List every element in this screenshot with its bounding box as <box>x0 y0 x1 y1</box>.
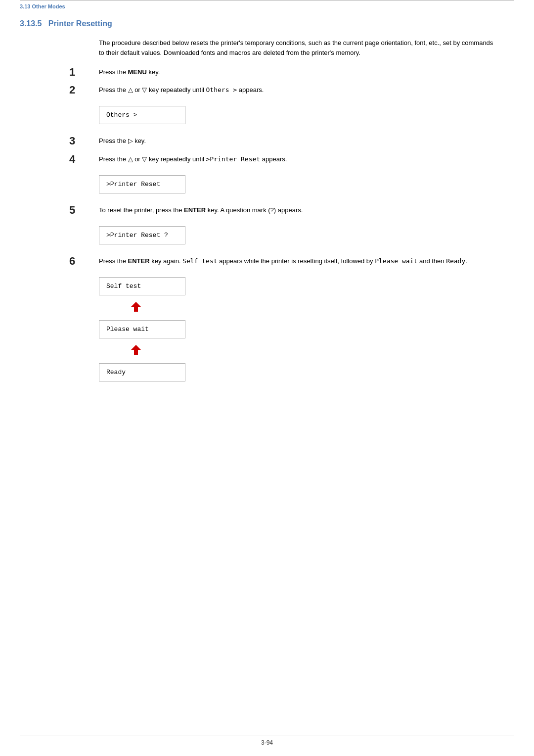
arrow-1 <box>129 299 494 314</box>
step-6-row: 6 Press the ENTER key again. Self test a… <box>69 255 494 267</box>
step-2-box-container: Others > <box>99 102 494 128</box>
step-1-content: Press the MENU key. <box>99 66 494 77</box>
step-2-content: Press the △ or ▽ key repeatedly until Ot… <box>99 84 494 95</box>
step-3-row: 3 Press the ▷ key. <box>69 135 494 147</box>
step-3-number: 3 <box>69 135 99 147</box>
step-6-code2: Please wait <box>375 257 417 265</box>
intro-paragraph: The procedure described below resets the… <box>99 38 494 57</box>
bottom-rule <box>20 736 514 736</box>
step-5-content: To reset the printer, press the ENTER ke… <box>99 204 494 215</box>
section-title: Printer Resetting <box>48 19 112 28</box>
top-rule <box>20 0 514 3</box>
step-2-row: 2 Press the △ or ▽ key repeatedly until … <box>69 84 494 96</box>
step-6-content: Press the ENTER key again. Self test app… <box>99 255 494 266</box>
step-6-box-ready: Ready <box>99 363 185 381</box>
step-1-bold: MENU <box>128 68 147 76</box>
step-6-code1: Self test <box>182 257 217 265</box>
step-4-code-inline: >Printer Reset <box>206 155 261 163</box>
arrow-2 <box>129 342 494 357</box>
step-3-content: Press the ▷ key. <box>99 135 494 146</box>
section-number: 3.13.5 <box>20 19 42 28</box>
step-5-bold: ENTER <box>184 206 206 214</box>
step-1-number: 1 <box>69 66 99 78</box>
step-6-sequence: Self test Please wait Ready <box>99 273 494 385</box>
content: 3.13.5 Printer Resetting The procedure d… <box>20 14 514 385</box>
step-6-bold: ENTER <box>128 257 150 265</box>
step-4-content: Press the △ or ▽ key repeatedly until >P… <box>99 153 494 164</box>
svg-marker-1 <box>131 345 141 355</box>
breadcrumb: 3.13 Other Modes <box>20 3 514 14</box>
step-4-box: >Printer Reset <box>99 175 185 193</box>
step-2-box: Others > <box>99 106 185 124</box>
page-number: 3-94 <box>0 739 534 746</box>
step-4-box-container: >Printer Reset <box>99 171 494 197</box>
step-5-row: 5 To reset the printer, press the ENTER … <box>69 204 494 216</box>
steps-container: 1 Press the MENU key. 2 Press the △ or ▽… <box>69 66 494 385</box>
step-4-row: 4 Press the △ or ▽ key repeatedly until … <box>69 153 494 165</box>
step-5-box-container: >Printer Reset ? <box>99 222 494 248</box>
step-6-box-selftest: Self test <box>99 277 185 295</box>
svg-marker-0 <box>131 302 141 312</box>
step-5-number: 5 <box>69 204 99 216</box>
step-5-box: >Printer Reset ? <box>99 226 185 244</box>
step-1-row: 1 Press the MENU key. <box>69 66 494 78</box>
page-container: 3.13 Other Modes 3.13.5 Printer Resettin… <box>0 0 534 756</box>
step-6-box-pleasewait: Please wait <box>99 320 185 338</box>
step-2-number: 2 <box>69 84 99 96</box>
step-6-code3: Ready <box>446 257 465 265</box>
step-6-number: 6 <box>69 255 99 267</box>
step-2-code-inline: Others > <box>206 86 237 94</box>
section-heading: 3.13.5 Printer Resetting <box>20 19 514 28</box>
step-4-number: 4 <box>69 153 99 165</box>
